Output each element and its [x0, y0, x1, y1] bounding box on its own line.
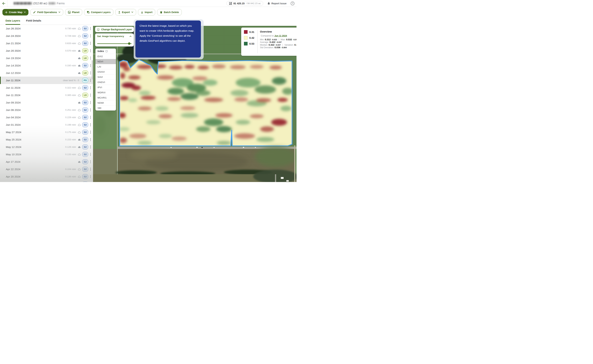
layer-row[interactable]: May 10 20240.133 ndviS2: [0, 151, 93, 158]
kebab-menu-icon: [90, 64, 91, 67]
kebab-menu-icon: [90, 153, 91, 156]
ndvi-legend: 0.310.420.53: [244, 30, 257, 53]
index-item-gndvi[interactable]: GNDVI: [95, 79, 116, 85]
index-item-wdrvi[interactable]: WDRVI: [95, 90, 116, 95]
batch-delete-button[interactable]: Batch Delete: [157, 9, 182, 15]
compared-date-link[interactable]: Jun 11 2024: [274, 34, 287, 37]
layer-value: 0.385 ndvi: [65, 94, 76, 97]
layer-menu-button[interactable]: [90, 130, 91, 134]
layer-menu-button[interactable]: [90, 108, 91, 112]
stat-separator: |: [282, 43, 283, 46]
stat-separator: |: [279, 38, 279, 41]
layer-row[interactable]: Jun 11 20240.322 ndviS2: [0, 84, 93, 91]
layer-row[interactable]: Jun 09 2024S2: [0, 99, 93, 106]
tooltip-text: Check the latest image, based on which y…: [139, 24, 194, 42]
layer-menu-button[interactable]: [90, 152, 91, 156]
layer-row[interactable]: May 12 20240.126 ndviS2: [0, 143, 93, 151]
help-button[interactable]: ?: [291, 1, 294, 5]
index-item-lai[interactable]: LAI: [95, 64, 116, 69]
layer-menu-button[interactable]: [90, 93, 91, 97]
kebab-menu-icon: [90, 42, 91, 45]
layer-row[interactable]: Jun 11 2024clear land % - 0PS: [0, 77, 93, 84]
layer-row[interactable]: Jun 06 20240.251 ndviS2: [0, 106, 93, 114]
layer-row[interactable]: Apr 17 20240.129 ndviS2: [0, 180, 93, 182]
layer-row[interactable]: Jun 20 20240.570 ndviL9: [0, 47, 93, 54]
kebab-menu-icon: [90, 130, 91, 134]
index-item-ipvi[interactable]: IPVI: [95, 85, 116, 90]
layer-row[interactable]: Jun 26 20240.730 ndviS2: [0, 25, 93, 32]
layer-menu-button[interactable]: [90, 115, 91, 119]
create-map-button[interactable]: Create Map: [2, 9, 28, 15]
layer-value: 0.570 ndvi: [65, 49, 76, 52]
layer-menu-button[interactable]: [90, 123, 91, 127]
info-icon[interactable]: [105, 50, 108, 52]
compare-layers-icon: [87, 11, 90, 14]
layer-menu-button[interactable]: [90, 41, 91, 45]
index-item-mcari1[interactable]: MCARI1: [95, 95, 116, 100]
layer-menu-button[interactable]: [90, 167, 91, 171]
index-item-savi[interactable]: SAVI: [95, 74, 116, 79]
arrow-left-icon: [2, 2, 5, 5]
tab-data-layers[interactable]: Data Layers: [6, 19, 20, 25]
tab-field-details[interactable]: Field Details: [26, 19, 41, 25]
layer-row[interactable]: Jun 21 20240.633 ndviS2: [0, 40, 93, 47]
layer-row[interactable]: Jun 11 20240.385 ndviL9: [0, 91, 93, 99]
layer-menu-button[interactable]: [90, 71, 91, 75]
layer-menu-button[interactable]: [90, 64, 91, 67]
slider-thumb[interactable]: [128, 42, 130, 45]
layer-row[interactable]: Apr 27 2024S2: [0, 158, 93, 165]
field-operations-button[interactable]: Field Operations: [30, 9, 63, 15]
index-panel: Index EVI2NDVILAIOSAVISAVIGNDVIIPVIWDRVI…: [95, 49, 116, 110]
layer-menu-button[interactable]: [90, 175, 91, 179]
report-issue-button[interactable]: Report Issue: [267, 2, 287, 5]
layer-row[interactable]: May 27 20240.175 ndviS2: [0, 129, 93, 136]
layer-menu-button[interactable]: [90, 160, 91, 164]
layer-menu-button[interactable]: [90, 34, 91, 38]
layer-row[interactable]: Jun 12 2024L8: [0, 69, 93, 77]
layer-date: Apr 22 2024: [6, 168, 20, 171]
chevron-up-icon: [129, 35, 132, 37]
export-button[interactable]: Export: [115, 9, 136, 15]
satellite-badge: S2: [82, 41, 88, 46]
legend-value: 0.31: [249, 31, 254, 33]
index-item-ndwi[interactable]: NDWI: [95, 100, 116, 105]
layer-menu-button[interactable]: [90, 101, 91, 104]
transparency-header[interactable]: Sat. Image transparency: [97, 35, 132, 39]
back-button[interactable]: [0, 0, 7, 7]
stat-max: Max: 0.532 ↑0.054: [281, 38, 296, 41]
index-item-evi2[interactable]: EVI2: [95, 54, 116, 59]
layer-row[interactable]: Jun 04 20240.229 ndviS2: [0, 114, 93, 121]
layer-row[interactable]: Jun 01 20240.198 ndviS2: [0, 121, 93, 129]
layer-row[interactable]: Jun 19 2024L8: [0, 54, 93, 62]
index-item-ndvi[interactable]: NDVI: [95, 59, 116, 64]
layer-menu-button[interactable]: [90, 145, 91, 149]
cloud-outline-icon: [78, 42, 81, 45]
layer-menu-button[interactable]: [90, 56, 91, 60]
layer-row[interactable]: Apr 22 20240.104 ndviS2: [0, 165, 93, 173]
layer-menu-button[interactable]: [90, 78, 91, 82]
layer-row[interactable]: Jun 14 20240.330 ndviS2: [0, 62, 93, 69]
list-scrollbar[interactable]: [92, 60, 93, 79]
layer-menu-button[interactable]: [90, 137, 91, 142]
layer-row[interactable]: Apr 20 20240.136 ndviS2: [0, 173, 93, 180]
planet-button[interactable]: Planet: [65, 9, 82, 15]
kebab-menu-icon: [90, 86, 91, 89]
index-item-sbi[interactable]: SBI: [95, 105, 116, 110]
layer-row[interactable]: May 25 20240.153 ndviS2: [0, 136, 93, 143]
layer-menu-button[interactable]: [90, 26, 91, 31]
index-item-osavi[interactable]: OSAVI: [95, 69, 116, 74]
layer-menu-button[interactable]: [90, 86, 91, 90]
transparency-slider[interactable]: [97, 42, 132, 45]
satellite-badge: S2: [82, 115, 88, 120]
satellite-badge: S2: [82, 167, 88, 172]
compare-layers-button[interactable]: Compare Layers: [84, 9, 113, 15]
change-background-layer-button[interactable]: Change Background Layer: [95, 27, 134, 32]
legend-value: 0.42: [249, 36, 254, 39]
area-usage-separator: /: [246, 2, 247, 5]
layer-row[interactable]: Jun 24 20240.728 ndviS2: [0, 32, 93, 40]
layer-value: 0.730 ndvi: [65, 27, 76, 30]
cloud-outline-icon: [78, 86, 81, 89]
area-usage-badge[interactable]: 81 425.15 / 98 842.15 ac: [226, 1, 263, 6]
import-button[interactable]: Import: [138, 9, 155, 15]
layer-menu-button[interactable]: [90, 49, 91, 53]
